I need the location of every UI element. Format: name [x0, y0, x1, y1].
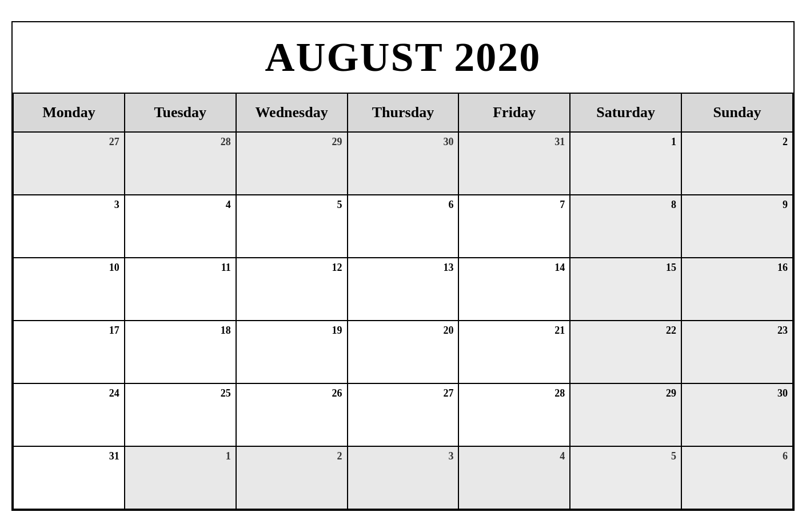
calendar-grid: MondayTuesdayWednesdayThursdayFridaySatu… — [13, 93, 793, 510]
calendar-day-cell: 19 — [236, 321, 348, 383]
calendar-day-cell: 22 — [570, 321, 681, 383]
calendar-day-cell: 1 — [570, 132, 681, 195]
calendar-day-cell: 9 — [681, 195, 793, 258]
calendar-day-cell: 14 — [458, 258, 570, 321]
day-header-sunday: Sunday — [681, 93, 793, 132]
calendar-day-cell: 12 — [236, 258, 348, 321]
calendar-day-cell: 5 — [570, 446, 681, 509]
calendar-title: AUGUST 2020 — [13, 22, 793, 93]
calendar-week-row: 3456789 — [13, 195, 793, 258]
calendar-day-cell: 10 — [13, 258, 125, 321]
day-header-saturday: Saturday — [570, 93, 681, 132]
calendar-day-cell: 29 — [570, 383, 681, 446]
day-header-tuesday: Tuesday — [125, 93, 236, 132]
calendar-day-cell: 24 — [13, 383, 125, 446]
calendar-day-cell: 2 — [236, 446, 348, 509]
calendar-day-cell: 6 — [348, 195, 459, 258]
calendar-container: AUGUST 2020 MondayTuesdayWednesdayThursd… — [11, 21, 795, 511]
calendar-day-cell: 8 — [570, 195, 681, 258]
calendar-day-cell: 1 — [125, 446, 236, 509]
calendar-day-cell: 30 — [348, 132, 459, 195]
calendar-day-cell: 3 — [13, 195, 125, 258]
calendar-week-row: 17181920212223 — [13, 321, 793, 383]
calendar-day-cell: 23 — [681, 321, 793, 383]
calendar-day-cell: 31 — [458, 132, 570, 195]
calendar-day-cell: 26 — [236, 383, 348, 446]
day-header-monday: Monday — [13, 93, 125, 132]
calendar-day-cell: 18 — [125, 321, 236, 383]
calendar-week-row: 10111213141516 — [13, 258, 793, 321]
calendar-day-cell: 21 — [458, 321, 570, 383]
calendar-week-row: 31123456 — [13, 446, 793, 509]
calendar-day-cell: 25 — [125, 383, 236, 446]
calendar-day-cell: 13 — [348, 258, 459, 321]
calendar-day-cell: 31 — [13, 446, 125, 509]
calendar-week-row: 24252627282930 — [13, 383, 793, 446]
calendar-day-cell: 16 — [681, 258, 793, 321]
calendar-day-cell: 7 — [458, 195, 570, 258]
calendar-day-cell: 4 — [125, 195, 236, 258]
calendar-day-cell: 6 — [681, 446, 793, 509]
calendar-day-cell: 15 — [570, 258, 681, 321]
calendar-day-cell: 5 — [236, 195, 348, 258]
calendar-day-cell: 27 — [348, 383, 459, 446]
calendar-day-cell: 28 — [125, 132, 236, 195]
calendar-day-cell: 4 — [458, 446, 570, 509]
day-header-wednesday: Wednesday — [236, 93, 348, 132]
day-header-friday: Friday — [458, 93, 570, 132]
calendar-day-cell: 27 — [13, 132, 125, 195]
calendar-day-cell: 11 — [125, 258, 236, 321]
calendar-week-row: 272829303112 — [13, 132, 793, 195]
calendar-day-cell: 2 — [681, 132, 793, 195]
calendar-day-cell: 20 — [348, 321, 459, 383]
day-header-row: MondayTuesdayWednesdayThursdayFridaySatu… — [13, 93, 793, 132]
calendar-day-cell: 30 — [681, 383, 793, 446]
calendar-day-cell: 3 — [348, 446, 459, 509]
calendar-day-cell: 17 — [13, 321, 125, 383]
calendar-day-cell: 28 — [458, 383, 570, 446]
calendar-day-cell: 29 — [236, 132, 348, 195]
day-header-thursday: Thursday — [348, 93, 459, 132]
